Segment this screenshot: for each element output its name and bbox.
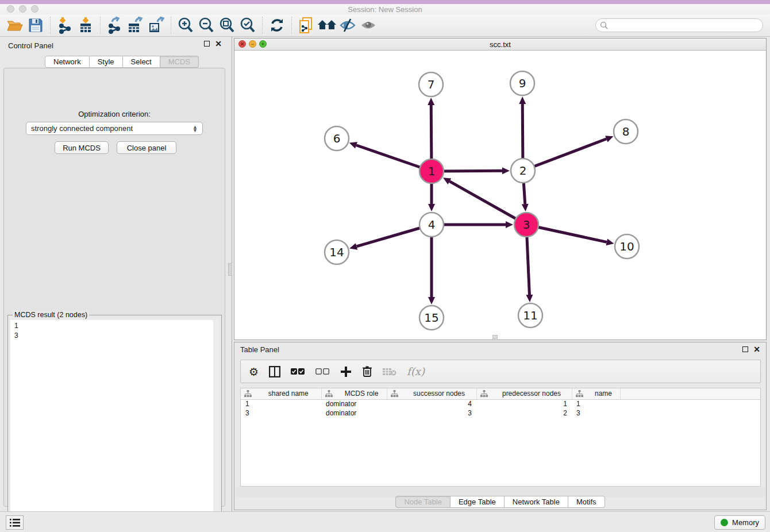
column-view-button[interactable]: [269, 366, 280, 377]
zoom-selected-button[interactable]: [237, 16, 258, 34]
tab-mcds[interactable]: MCDS: [160, 56, 199, 68]
export-image-button[interactable]: [146, 16, 167, 34]
column-header-name[interactable]: name: [572, 388, 620, 399]
result-scrollbar[interactable]: [213, 320, 219, 530]
tab-style[interactable]: Style: [90, 56, 123, 68]
column-label: MCDS role: [340, 390, 383, 398]
export-network-icon: [106, 17, 124, 34]
criterion-select[interactable]: strongly connected component ▲▼: [26, 122, 203, 135]
import-network-button[interactable]: [55, 16, 75, 34]
search-input[interactable]: [595, 18, 763, 32]
task-history-button[interactable]: [6, 515, 24, 530]
function-builder-button[interactable]: f(x): [407, 365, 425, 377]
search-icon: [600, 21, 608, 29]
table-tab-network-table[interactable]: Network Table: [505, 496, 568, 508]
edge-arrowhead: [506, 221, 513, 228]
export-image-icon: [147, 17, 165, 34]
show-all-views-button[interactable]: [317, 16, 337, 34]
column-type-icon: [480, 390, 488, 398]
select-all-button[interactable]: [291, 368, 305, 375]
export-table-button[interactable]: [125, 16, 146, 34]
edge-arrowhead: [428, 204, 435, 211]
column-header-predecessor-nodes[interactable]: predecessor nodes: [476, 388, 572, 399]
delete-table-button[interactable]: [383, 367, 396, 376]
control-panel: Control Panel ✕ NetworkStyleSelectMCDS O…: [0, 37, 228, 511]
canvas-resize-handle[interactable]: [492, 335, 498, 339]
network-file-icon: [298, 17, 314, 34]
delete-column-button[interactable]: [362, 365, 372, 377]
show-graphics-button[interactable]: [358, 16, 379, 34]
export-network-button[interactable]: [105, 16, 125, 34]
tab-network[interactable]: Network: [45, 56, 90, 68]
window-title: Session: New Session: [0, 5, 770, 14]
save-session-button[interactable]: [25, 16, 46, 34]
network-title: scc.txt: [234, 40, 766, 49]
homes-icon: [317, 18, 337, 33]
apply-layout-button[interactable]: [267, 16, 287, 34]
table-cell[interactable]: 3: [387, 408, 476, 418]
save-floppy-icon: [28, 18, 43, 33]
table-cell[interactable]: 3: [572, 408, 620, 418]
node-label-11: 11: [523, 309, 537, 322]
table-toolbar: ⚙: [240, 360, 761, 383]
float-table-panel-icon[interactable]: [742, 346, 748, 352]
toolbar-separator: [171, 17, 171, 34]
network-canvas[interactable]: 7968124314101511: [234, 51, 766, 340]
zoom-out-button[interactable]: [196, 16, 217, 34]
table-tab-node-table[interactable]: Node Table: [395, 496, 451, 508]
edge-arrowhead: [605, 136, 613, 142]
node-label-14: 14: [329, 245, 344, 259]
column-header-successor-nodes[interactable]: successor nodes: [387, 388, 476, 399]
table-row[interactable]: 1dominator411: [241, 399, 760, 408]
column-header-shared-name[interactable]: shared name: [241, 388, 321, 399]
status-bar: Memory: [0, 511, 770, 532]
table-tab-motifs[interactable]: Motifs: [568, 496, 605, 508]
node-table[interactable]: shared name MCDS role successor nodes pr…: [240, 388, 761, 487]
edge-3-1[interactable]: [449, 182, 526, 225]
edge-2-8[interactable]: [523, 139, 606, 171]
zoom-selected-icon: [239, 17, 256, 34]
memory-button[interactable]: Memory: [714, 515, 765, 530]
table-cell[interactable]: 3: [241, 408, 321, 418]
float-panel-icon[interactable]: [204, 41, 210, 47]
node-label-9: 9: [519, 76, 526, 90]
import-table-button[interactable]: [75, 16, 96, 34]
refresh-icon: [269, 17, 285, 33]
table-row[interactable]: 3dominator323: [241, 408, 760, 418]
node-table-header-row[interactable]: shared name MCDS role successor nodes pr…: [241, 388, 760, 399]
run-mcds-label: Run MCDS: [63, 144, 101, 152]
split-divider[interactable]: [228, 37, 234, 511]
zoom-fit-button[interactable]: [217, 16, 237, 34]
close-panel-icon[interactable]: ✕: [215, 41, 222, 47]
search-field-wrap: [595, 18, 763, 32]
column-header-MCDS-role[interactable]: MCDS role: [321, 388, 387, 399]
run-mcds-button[interactable]: Run MCDS: [55, 141, 109, 154]
zoom-in-button[interactable]: [175, 16, 196, 34]
table-cell[interactable]: 1: [241, 399, 321, 408]
close-panel-button[interactable]: Close panel: [117, 141, 176, 154]
table-cell[interactable]: 4: [387, 399, 476, 408]
control-panel-title: Control Panel: [8, 41, 53, 50]
tab-select[interactable]: Select: [123, 56, 160, 68]
table-cell[interactable]: 1: [476, 399, 572, 408]
open-session-button[interactable]: [5, 16, 25, 34]
network-window-titlebar[interactable]: ✕ − + scc.txt: [234, 38, 766, 51]
mcds-result-text[interactable]: 13: [10, 320, 213, 530]
table-cell[interactable]: dominator: [321, 408, 387, 418]
close-table-panel-icon[interactable]: ✕: [753, 346, 760, 352]
deselect-all-button[interactable]: [315, 368, 330, 375]
table-cell[interactable]: 1: [572, 399, 620, 408]
table-cell[interactable]: 2: [476, 408, 572, 418]
column-type-icon: [391, 390, 398, 398]
table-settings-button[interactable]: ⚙: [249, 365, 259, 378]
toolbar-separator: [262, 17, 263, 34]
hide-graphics-button[interactable]: [337, 16, 358, 34]
split-divider-grip[interactable]: [228, 263, 232, 276]
add-column-button[interactable]: [340, 366, 352, 377]
table-cell[interactable]: dominator: [321, 399, 387, 408]
titlebar: Session: New Session: [0, 4, 770, 14]
new-network-view-button[interactable]: [296, 16, 317, 34]
table-tab-edge-table[interactable]: Edge Table: [451, 496, 505, 508]
zoom-in-icon: [177, 17, 194, 34]
table-panel-title: Table Panel: [240, 345, 279, 354]
